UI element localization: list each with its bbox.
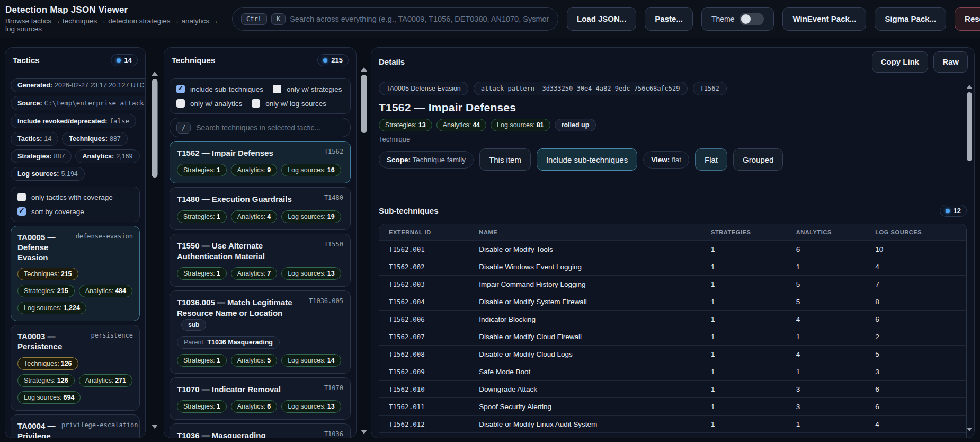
table-row[interactable]: T1562.006 Indicator Blocking 1 4 6 [379,310,966,328]
techniques-panel-title: Techniques [172,56,215,65]
tactic-card[interactable]: TA0005 — Defense Evasion defense-evasion… [11,226,140,321]
checkbox-label: only w/ log sources [265,100,326,108]
technique-card[interactable]: T1550 — Use Alternate Authentication Mat… [170,234,351,287]
checkbox-icon[interactable] [17,193,26,201]
global-search-input[interactable] [290,15,549,23]
cell-analytics: 4 [796,315,876,323]
k-key-badge: K [271,13,286,25]
cell-name: Disable or Modify Cloud Firewall [479,333,711,341]
technique-title: T1070 — Indicator Removal [177,384,281,395]
table-header-row: EXTERNAL ID NAME STRATEGIES ANALYTICS LO… [379,224,966,240]
technique-search-input[interactable] [196,123,344,132]
tactic-card[interactable]: TA0004 — Privilege Escalation privilege-… [11,414,140,438]
techniques-filter-checkbox[interactable]: only w/ analytics [176,99,242,108]
scrollbar-thumb[interactable] [152,79,158,178]
checkbox-icon[interactable] [17,207,26,216]
table-row[interactable]: T1562.007 Disable or Modify Cloud Firewa… [379,328,966,345]
technique-card[interactable]: T1036 — Masquerading T1036 Strategies:1 … [170,423,351,438]
scroll-down-icon[interactable] [152,425,158,429]
tactic-card[interactable]: TA0003 — Persistence persistence Techniq… [11,325,140,411]
include-subtechniques-button[interactable]: Include sub-techniques [537,148,637,171]
raw-button[interactable]: Raw [933,51,968,73]
table-row[interactable]: T1562.013 Disable or Modify Network Devi… [379,432,966,438]
winevent-pack-button[interactable]: WinEvent Pack... [782,7,866,31]
checkbox-icon[interactable] [252,99,260,108]
theme-toggle[interactable]: Theme [701,7,774,31]
slash-key-badge: / [176,122,191,134]
techniques-filter-checkbox[interactable]: only w/ strategies [273,85,342,93]
scrollbar-thumb[interactable] [361,75,367,133]
cell-external-id: T1562.009 [379,368,479,376]
theme-switch[interactable] [740,13,764,25]
cell-log-sources: 2 [875,333,966,341]
cell-log-sources: 6 [875,385,966,393]
techniques-panel: Techniques 215 include sub-techniques on… [164,47,357,438]
cell-log-sources: 10 [875,245,966,253]
table-row[interactable]: T1562.011 Spoof Security Alerting 1 3 6 [379,397,966,415]
this-item-button[interactable]: This item [479,148,531,171]
technique-card[interactable]: T1036.005 — Match Legitimate Resource Na… [170,290,351,374]
grouped-button[interactable]: Grouped [733,148,783,171]
cell-external-id: T1562.006 [379,315,479,323]
stat-pill: Strategies:13 [379,119,432,131]
checkbox-icon[interactable] [176,99,185,108]
copy-link-button[interactable]: Copy Link [872,51,929,73]
techniques-filter-checkbox[interactable]: only w/ log sources [252,99,326,108]
scroll-up-icon[interactable] [152,72,158,76]
global-search[interactable]: Ctrl K [232,7,558,31]
checkbox-icon[interactable] [273,85,281,93]
sigma-pack-button[interactable]: Sigma Pack... [875,7,946,31]
table-row[interactable]: T1562.004 Disable or Modify System Firew… [379,293,966,310]
breadcrumb: Browse tactics → techniques → detection … [5,17,224,33]
detail-tag: TA0005 Defense Evasion [379,82,468,95]
details-scrollbar[interactable] [966,81,973,436]
technique-card[interactable]: T1480 — Execution Guardrails T1480 Strat… [170,187,351,229]
technique-card[interactable]: T1562 — Impair Defenses T1562 Strategies… [170,141,351,183]
log-sources-pill: Log sources:13 [281,267,341,280]
table-row[interactable]: T1562.008 Disable or Modify Cloud Logs 1… [379,345,966,363]
tactic-title: TA0005 — Defense Evasion [17,233,72,262]
table-row[interactable]: T1562.002 Disable Windows Event Logging … [379,258,966,275]
tactics-filter-checkbox[interactable]: only tactics with coverage [17,193,133,201]
scroll-up-icon[interactable] [967,85,972,89]
cell-name: Disable Windows Event Logging [479,263,711,271]
cell-strategies: 1 [711,298,796,306]
table-row[interactable]: T1562.012 Disable or Modify Linux Audit … [379,415,966,432]
paste-button[interactable]: Paste... [645,7,693,31]
scrollbar-thumb[interactable] [967,92,972,161]
technique-card[interactable]: T1070 — Indicator Removal T1070 Strategi… [170,377,351,420]
tactics-filter-checkbox[interactable]: sort by coverage [17,207,133,216]
cell-analytics: 1 [796,263,876,271]
cell-name: Impair Command History Logging [479,280,711,288]
scroll-down-icon[interactable] [361,430,367,434]
techniques-scrollbar[interactable] [357,47,371,438]
table-row[interactable]: T1562.003 Impair Command History Logging… [379,275,966,293]
cell-external-id: T1562.004 [379,298,479,306]
cell-log-sources: 3 [875,368,966,376]
cell-strategies: 1 [711,438,796,438]
cell-strategies: 1 [711,385,796,393]
checkbox-icon[interactable] [176,85,185,93]
table-row[interactable]: T1562.009 Safe Mode Boot 1 1 3 [379,363,966,380]
techniques-pill: Techniques:126 [17,357,78,370]
flat-button[interactable]: Flat [695,148,727,171]
checkbox-label: only w/ strategies [287,85,342,93]
technique-title: T1562 — Impair Defenses [177,148,273,158]
analytics-pill: Analytics:484 [79,285,132,297]
load-json-button[interactable]: Load JSON... [567,7,636,31]
tactics-filter-box: only tactics with coverage sort by cover… [11,187,140,222]
reset-button[interactable]: Reset [955,7,980,31]
cell-analytics: 6 [796,245,876,253]
scroll-up-icon[interactable] [361,67,367,72]
tactic-title: TA0003 — Persistence [17,332,87,352]
meta-pill: Log sources:5,194 [11,167,85,181]
tactics-scrollbar[interactable] [146,47,164,438]
techniques-filter-checkbox[interactable]: include sub-techniques [176,85,263,93]
scope-pill: Scope: Technique family [379,151,474,169]
table-row[interactable]: T1562.001 Disable or Modify Tools 1 6 10 [379,240,966,258]
table-row[interactable]: T1562.010 Downgrade Attack 1 3 6 [379,380,966,397]
technique-search[interactable]: / [170,118,351,137]
cell-strategies: 1 [711,333,796,341]
scroll-down-icon[interactable] [967,428,972,431]
tactics-panel-header: Tactics 14 [5,48,145,73]
